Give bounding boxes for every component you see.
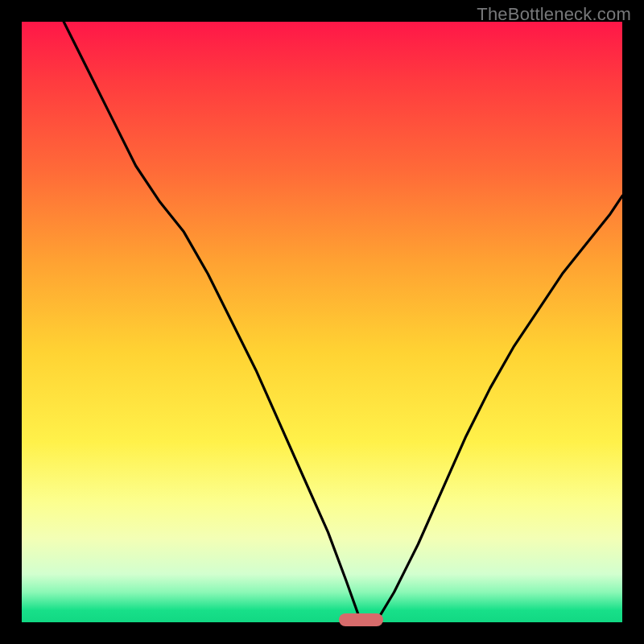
optimal-marker — [339, 613, 384, 626]
bottleneck-curve — [22, 22, 622, 622]
watermark-text: TheBottleneck.com — [477, 4, 631, 25]
chart-container: TheBottleneck.com — [0, 0, 644, 644]
plot-area — [22, 22, 622, 622]
